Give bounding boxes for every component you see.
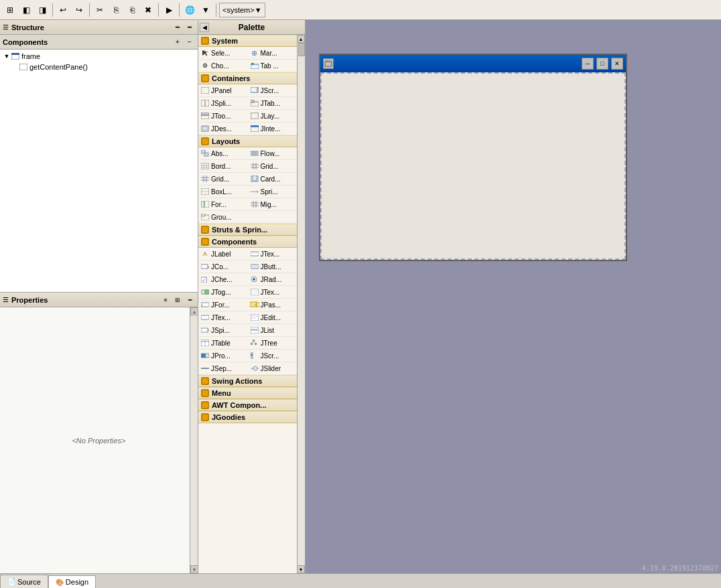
tab-design[interactable]: 🎨 Design bbox=[48, 575, 96, 588]
web-arrow-button[interactable]: ▼ bbox=[198, 3, 213, 17]
palette-item-jspi[interactable]: JSpi... bbox=[198, 324, 248, 336]
maximize-btn[interactable]: □ bbox=[596, 58, 608, 70]
scroll-down-btn[interactable]: ▼ bbox=[190, 565, 198, 573]
palette-item-jlay[interactable]: JLay... bbox=[248, 110, 298, 122]
category-containers[interactable]: Containers bbox=[198, 72, 297, 84]
category-jgoodies[interactable]: JGoodies bbox=[198, 411, 297, 423]
palette-item-grid2[interactable]: Grid... bbox=[198, 173, 248, 185]
item-label-select: Sele... bbox=[211, 50, 230, 57]
structure-expand-btn[interactable]: ━ bbox=[172, 22, 183, 33]
toolbar-btn-3[interactable]: ◨ bbox=[35, 3, 50, 17]
palette-item-jtext[interactable]: JTex... bbox=[248, 248, 298, 260]
add-component-btn[interactable]: + bbox=[172, 37, 183, 48]
palette-nav-btn[interactable]: ◀ bbox=[200, 23, 209, 32]
category-awt[interactable]: AWT Compon... bbox=[198, 399, 297, 411]
svg-rect-13 bbox=[201, 115, 209, 119]
palette-item-boxl[interactable]: BoxL... bbox=[198, 186, 248, 198]
palette-item-jtable[interactable]: JTable bbox=[198, 337, 248, 349]
palette-scroll-thumb[interactable] bbox=[298, 43, 305, 56]
category-menu[interactable]: Menu bbox=[198, 387, 297, 399]
palette-item-select[interactable]: Sele... bbox=[198, 47, 248, 59]
palette-item-jtree[interactable]: JTree bbox=[248, 337, 298, 349]
palette-item-spri[interactable]: ⟿ Spri... bbox=[248, 186, 298, 198]
palette-item-mar[interactable]: ⊕ Mar... bbox=[248, 47, 298, 59]
paste-button[interactable]: ⎗ bbox=[125, 3, 139, 17]
palette-scroll-up[interactable]: ▲ bbox=[297, 35, 305, 43]
palette-scroll-down[interactable]: ▼ bbox=[297, 565, 305, 573]
properties-section: ☰ Properties ≡ ⊞ ━ <No Properties> ▲ ▼ bbox=[0, 292, 198, 573]
tab-source[interactable]: 📄 Source bbox=[0, 575, 48, 588]
palette-item-jpro[interactable]: JPro... bbox=[198, 350, 248, 362]
palette-item-tab[interactable]: Tab ... bbox=[248, 60, 298, 72]
scroll-up-btn[interactable]: ▲ bbox=[190, 307, 198, 315]
category-swing-actions-label: Swing Actions bbox=[212, 377, 262, 385]
cut-button[interactable]: ✂ bbox=[92, 3, 107, 17]
palette-item-card[interactable]: Card... bbox=[248, 173, 298, 185]
palette-item-jscr[interactable]: JScr... bbox=[248, 350, 298, 362]
web-button[interactable]: 🌐 bbox=[182, 3, 197, 17]
palette-item-jedit[interactable]: JEdit... bbox=[248, 311, 298, 323]
palette-item-jinte[interactable]: JInte... bbox=[248, 123, 298, 135]
category-layouts[interactable]: Layouts bbox=[198, 135, 297, 147]
properties-btn-3[interactable]: ━ bbox=[184, 295, 195, 305]
category-system[interactable]: System bbox=[198, 35, 297, 47]
palette-item-jscroll[interactable]: JScr... bbox=[248, 84, 298, 96]
palette-item-jco[interactable]: JCo... bbox=[198, 261, 248, 273]
svg-point-58 bbox=[253, 278, 255, 281]
item-label-jscr: JScr... bbox=[261, 352, 279, 360]
palette-item-jslider[interactable]: JSlider bbox=[248, 362, 298, 374]
copy-button[interactable]: ⎘ bbox=[109, 3, 123, 17]
palette-item-jtab[interactable]: JTab... bbox=[248, 97, 298, 109]
item-label-jfor: JFor... bbox=[211, 301, 230, 309]
svg-rect-92 bbox=[329, 60, 330, 62]
item-label-jslider: JSlider bbox=[261, 365, 281, 372]
palette-item-jdes[interactable]: JDes... bbox=[198, 123, 248, 135]
properties-btn-2[interactable]: ⊞ bbox=[172, 295, 183, 305]
category-struts[interactable]: Struts & Sprin... bbox=[198, 224, 297, 236]
component-tree[interactable]: ▼ frame getContentPane() bbox=[0, 50, 198, 292]
palette-item-jtog[interactable]: JTog... bbox=[198, 286, 248, 298]
remove-component-btn[interactable]: − bbox=[184, 37, 195, 48]
palette-item-jtex2[interactable]: JTex... bbox=[248, 286, 298, 298]
palette-item-for[interactable]: For... bbox=[198, 198, 248, 210]
palette-item-jlist[interactable]: JList bbox=[248, 324, 298, 336]
toolbar-btn-1[interactable]: ⊞ bbox=[3, 3, 17, 17]
palette-item-jpas[interactable]: JPas... bbox=[248, 299, 298, 311]
delete-button[interactable]: ✖ bbox=[141, 3, 155, 17]
palette-item-jsplit[interactable]: JSpli... bbox=[198, 97, 248, 109]
category-swing-actions[interactable]: Swing Actions bbox=[198, 375, 297, 387]
palette-item-jbutt[interactable]: JButt... bbox=[248, 261, 298, 273]
minimize-btn[interactable]: ─ bbox=[582, 58, 594, 70]
palette-item-jche[interactable]: ✓ JChe... bbox=[198, 273, 248, 285]
jco-icon bbox=[200, 262, 210, 271]
palette-item-abs[interactable]: Abs... bbox=[198, 147, 248, 159]
palette-item-jtool[interactable]: JToo... bbox=[198, 110, 248, 122]
palette-item-flow[interactable]: Flow... bbox=[248, 147, 298, 159]
toolbar-btn-run[interactable]: ▶ bbox=[161, 3, 176, 17]
tree-item-contentpane[interactable]: getContentPane() bbox=[1, 62, 196, 72]
close-btn[interactable]: ✕ bbox=[611, 58, 623, 70]
properties-scrollbar[interactable]: ▲ ▼ bbox=[190, 307, 198, 573]
tree-item-frame[interactable]: ▼ frame bbox=[1, 51, 196, 62]
category-components[interactable]: Components bbox=[198, 236, 297, 248]
palette-item-grou[interactable]: Grou... bbox=[198, 211, 297, 223]
palette-item-jpanel[interactable]: JPanel bbox=[198, 84, 248, 96]
palette-item-bord[interactable]: Bord... bbox=[198, 160, 248, 172]
palette-item-jfor[interactable]: I JFor... bbox=[198, 299, 248, 311]
palette-item-jlabel[interactable]: A JLabel bbox=[198, 248, 248, 260]
palette-item-jsep[interactable]: JSep... bbox=[198, 362, 248, 374]
palette-item-cho[interactable]: ⚙ Cho... bbox=[198, 60, 248, 72]
palette-item-mig[interactable]: Mig... bbox=[248, 198, 298, 210]
properties-btn-1[interactable]: ≡ bbox=[160, 295, 171, 305]
tree-toggle-frame[interactable]: ▼ bbox=[3, 52, 11, 60]
structure-collapse-btn[interactable]: ━ bbox=[184, 22, 195, 33]
svg-rect-86 bbox=[251, 354, 253, 356]
palette-item-jtex3[interactable]: JTex... bbox=[198, 311, 248, 323]
undo-button[interactable]: ↩ bbox=[56, 3, 70, 17]
palette-item-jrad[interactable]: JRad... bbox=[248, 273, 298, 285]
redo-button[interactable]: ↪ bbox=[72, 3, 86, 17]
palette-scroll-track[interactable] bbox=[297, 43, 305, 565]
toolbar-btn-2[interactable]: ◧ bbox=[19, 3, 34, 17]
palette-item-grid[interactable]: Grid... bbox=[248, 160, 298, 172]
system-dropdown[interactable]: <system> ▼ bbox=[219, 3, 265, 17]
